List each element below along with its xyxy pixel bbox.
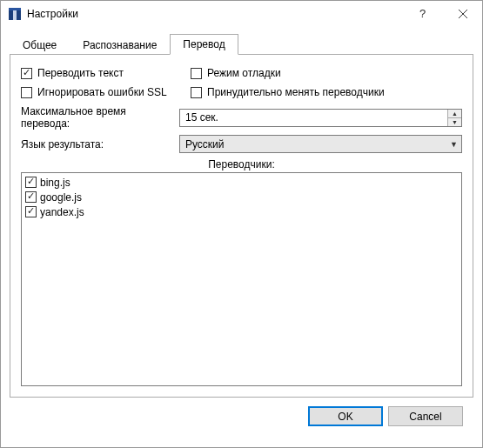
tabstrip: Общее Распознавание Перевод — [10, 34, 473, 55]
max-time-spinner[interactable]: 15 сек. ▲ ▼ — [179, 109, 462, 127]
tab-general[interactable]: Общее — [10, 35, 70, 55]
spinner-up-icon[interactable]: ▲ — [448, 110, 461, 118]
cancel-button[interactable]: Cancel — [388, 406, 463, 426]
titlebar: Настройки ? — [1, 1, 482, 27]
max-time-label: Максимальное время перевода: — [21, 105, 174, 130]
checkbox-translator-yandex[interactable] — [25, 206, 37, 217]
window-title: Настройки — [27, 8, 78, 20]
checkbox-debug-mode[interactable] — [191, 68, 202, 79]
help-button[interactable]: ? — [404, 1, 443, 27]
max-time-value[interactable]: 15 сек. — [180, 110, 447, 126]
app-icon — [8, 7, 22, 21]
checkbox-force-translators[interactable] — [191, 87, 202, 98]
close-button[interactable] — [443, 1, 482, 27]
checkbox-ignore-ssl-label: Игнорировать ошибки SSL — [37, 86, 167, 98]
list-item[interactable]: bing.js — [25, 175, 458, 190]
spinner-down-icon[interactable]: ▼ — [448, 118, 461, 126]
ok-button[interactable]: OK — [308, 406, 383, 426]
tab-recognition[interactable]: Распознавание — [70, 35, 170, 55]
list-item[interactable]: google.js — [25, 190, 458, 204]
checkbox-translate-text-label: Переводить текст — [37, 67, 124, 79]
result-lang-value: Русский — [185, 138, 450, 150]
svg-rect-2 — [9, 8, 21, 10]
checkbox-ignore-ssl[interactable] — [21, 87, 32, 98]
checkbox-debug-mode-label: Режим отладки — [207, 67, 281, 79]
list-item-label: google.js — [40, 191, 82, 204]
checkbox-force-translators-label: Принудительно менять переводчики — [207, 86, 385, 98]
translators-list[interactable]: bing.js google.js yandex.js — [21, 172, 462, 386]
checkbox-translator-google[interactable] — [25, 191, 37, 203]
checkbox-translate-text[interactable] — [21, 68, 32, 79]
dialog-footer: OK Cancel — [10, 398, 473, 426]
translators-heading: Переводчики: — [21, 158, 462, 171]
result-lang-select[interactable]: Русский ▼ — [179, 135, 462, 153]
svg-text:?: ? — [419, 8, 426, 20]
chevron-down-icon: ▼ — [450, 140, 458, 149]
tab-translation[interactable]: Перевод — [170, 34, 238, 55]
result-lang-label: Язык результата: — [21, 138, 174, 150]
list-item[interactable]: yandex.js — [25, 204, 458, 219]
checkbox-translator-bing[interactable] — [25, 177, 37, 188]
tab-panel-translation: Переводить текст Режим отладки Игнориров… — [10, 55, 473, 398]
list-item-label: bing.js — [40, 177, 70, 189]
list-item-label: yandex.js — [40, 206, 84, 218]
